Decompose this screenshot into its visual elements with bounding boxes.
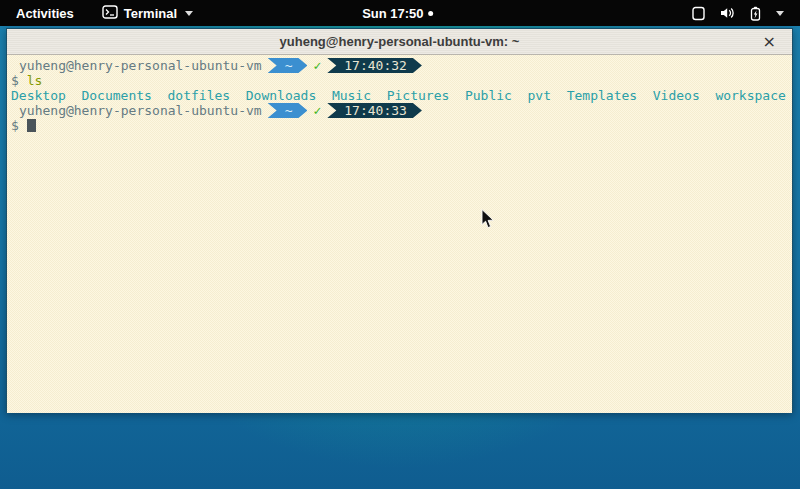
directory-name: Public	[465, 88, 512, 103]
notification-dot	[429, 11, 434, 16]
directory-name: Desktop	[11, 88, 66, 103]
directory-name: Downloads	[246, 88, 316, 103]
volume-icon	[719, 6, 735, 20]
window-title: yuheng@henry-personal-ubuntu-vm: ~	[280, 34, 520, 49]
activities-button[interactable]: Activities	[10, 6, 80, 21]
directory-name: Music	[332, 88, 371, 103]
screen-icon	[691, 6, 706, 21]
powerline-cwd-segment: ~	[268, 103, 308, 118]
directory-name: Pictures	[387, 88, 450, 103]
battery-charging-icon	[748, 6, 763, 21]
prompt-line: yuheng@henry-personal-ubuntu-vm~✓17:40:3…	[11, 103, 788, 118]
top-bar: Activities Terminal Sun 17:50	[0, 0, 800, 26]
prompt-symbol: $	[11, 118, 19, 133]
prompt-symbol: $	[11, 73, 19, 88]
directory-name: dotfiles	[168, 88, 231, 103]
app-menu-button[interactable]: Terminal	[102, 5, 193, 22]
terminal-icon	[102, 5, 118, 22]
app-menu-label: Terminal	[124, 6, 177, 21]
terminal-cursor	[27, 119, 36, 132]
prompt-user-host: yuheng@henry-personal-ubuntu-vm	[19, 58, 262, 73]
clock-label: Sun 17:50	[362, 6, 423, 21]
current-input-line: $	[11, 118, 788, 133]
directory-name: Videos	[653, 88, 700, 103]
prompt-line: yuheng@henry-personal-ubuntu-vm~✓17:40:3…	[11, 58, 788, 73]
window-titlebar[interactable]: yuheng@henry-personal-ubuntu-vm: ~ ×	[7, 29, 792, 55]
directory-name: Templates	[567, 88, 637, 103]
chevron-down-icon	[776, 11, 784, 16]
clock-button[interactable]: Sun 17:50	[362, 0, 433, 26]
directory-name: pvt	[528, 88, 551, 103]
command-text: ls	[27, 73, 43, 88]
prompt-user-host: yuheng@henry-personal-ubuntu-vm	[19, 103, 262, 118]
powerline-time-segment: 17:40:32	[327, 58, 422, 73]
powerline-time-segment: 17:40:33	[327, 103, 422, 118]
system-status-menu[interactable]	[683, 0, 792, 26]
chevron-down-icon	[185, 11, 193, 16]
directory-name: Documents	[81, 88, 151, 103]
terminal-content[interactable]: yuheng@henry-personal-ubuntu-vm~✓17:40:3…	[7, 55, 792, 413]
powerline-cwd-segment: ~	[268, 58, 308, 73]
close-button[interactable]: ×	[757, 30, 782, 54]
ls-output-line: DesktopDocumentsdotfilesDownloadsMusicPi…	[11, 88, 788, 103]
command-line: $ ls	[11, 73, 788, 88]
status-check-icon: ✓	[313, 58, 321, 73]
directory-name: workspace	[715, 88, 785, 103]
status-check-icon: ✓	[313, 103, 321, 118]
terminal-window: yuheng@henry-personal-ubuntu-vm: ~ × yuh…	[6, 28, 793, 413]
